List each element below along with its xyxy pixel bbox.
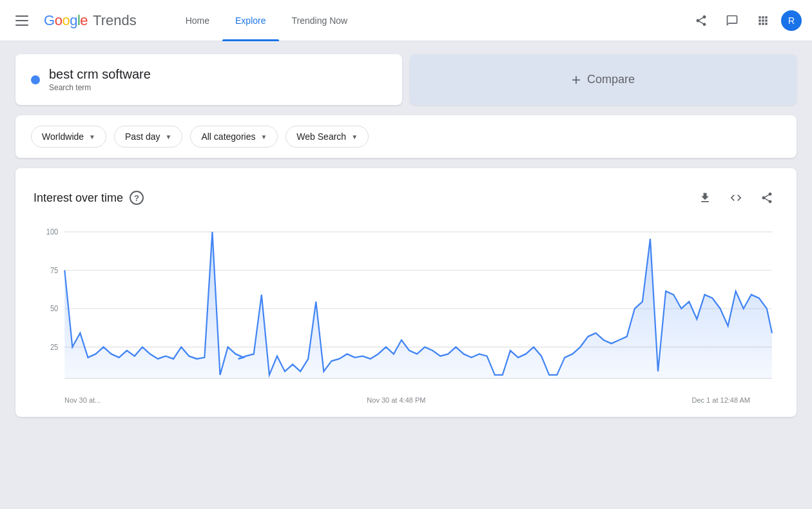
x-label-mid: Nov 30 at 4:48 PM	[367, 396, 425, 404]
feedback-button[interactable]	[719, 8, 745, 34]
chart-container: 100 75 50 25	[34, 225, 778, 392]
share-button[interactable]	[688, 8, 714, 34]
help-icon[interactable]: ?	[130, 191, 144, 205]
search-term-type: Search term	[49, 83, 151, 92]
header-actions: R	[688, 8, 802, 34]
term-indicator	[31, 75, 40, 84]
svg-text:75: 75	[50, 266, 58, 274]
search-type-label: Web Search	[296, 131, 346, 142]
menu-button[interactable]	[10, 10, 34, 31]
filter-row: Worldwide ▼ Past day ▼ All categories ▼ …	[15, 115, 797, 158]
apps-button[interactable]	[750, 8, 776, 34]
compare-card[interactable]: + Compare	[410, 54, 797, 105]
svg-text:25: 25	[50, 343, 58, 351]
interest-chart: 100 75 50 25	[34, 225, 778, 392]
nav-explore[interactable]: Explore	[222, 0, 278, 41]
embed-button[interactable]	[724, 186, 748, 209]
time-filter[interactable]: Past day ▼	[114, 126, 182, 148]
compare-plus-icon: +	[572, 71, 581, 89]
user-avatar[interactable]: R	[781, 10, 802, 31]
download-button[interactable]	[693, 186, 717, 209]
chart-section: Interest over time ?	[15, 168, 797, 417]
nav-trending[interactable]: Trending Now	[279, 0, 361, 41]
chart-actions	[693, 186, 778, 209]
search-compare-row: best crm software Search term + Compare	[15, 54, 797, 105]
svg-marker-9	[64, 232, 772, 378]
nav-home[interactable]: Home	[173, 0, 222, 41]
main-content: best crm software Search term + Compare …	[0, 41, 812, 430]
compare-label: Compare	[587, 73, 635, 86]
chart-header: Interest over time ?	[34, 186, 778, 209]
time-label: Past day	[125, 131, 160, 142]
region-dropdown-icon: ▼	[89, 133, 95, 140]
x-label-end: Dec 1 at 12:48 AM	[692, 396, 751, 404]
svg-text:50: 50	[50, 305, 58, 312]
chart-title-row: Interest over time ?	[34, 191, 144, 205]
main-nav: Home Explore Trending Now	[173, 0, 360, 41]
time-dropdown-icon: ▼	[166, 133, 172, 140]
app-header: Google Trends Home Explore Trending Now …	[0, 0, 812, 41]
search-type-filter[interactable]: Web Search ▼	[285, 126, 369, 148]
search-term-info: best crm software Search term	[49, 67, 151, 92]
search-type-dropdown-icon: ▼	[351, 133, 358, 140]
chart-share-button[interactable]	[755, 186, 778, 209]
category-filter[interactable]: All categories ▼	[190, 126, 278, 148]
logo[interactable]: Google Trends	[44, 12, 137, 29]
search-term-card[interactable]: best crm software Search term	[15, 54, 402, 105]
x-label-start: Nov 30 at...	[64, 396, 101, 404]
svg-text:100: 100	[46, 228, 58, 236]
region-label: Worldwide	[42, 131, 84, 142]
category-dropdown-icon: ▼	[260, 133, 267, 140]
category-label: All categories	[201, 131, 255, 142]
chart-title: Interest over time	[34, 191, 123, 205]
logo-trends-text: Trends	[93, 12, 137, 29]
region-filter[interactable]: Worldwide ▼	[31, 126, 106, 148]
search-term-name: best crm software	[49, 67, 151, 82]
logo-google-text: Google	[44, 12, 88, 29]
header-left: Google Trends Home Explore Trending Now	[10, 0, 360, 41]
x-axis-labels: Nov 30 at... Nov 30 at 4:48 PM Dec 1 at …	[34, 396, 778, 404]
